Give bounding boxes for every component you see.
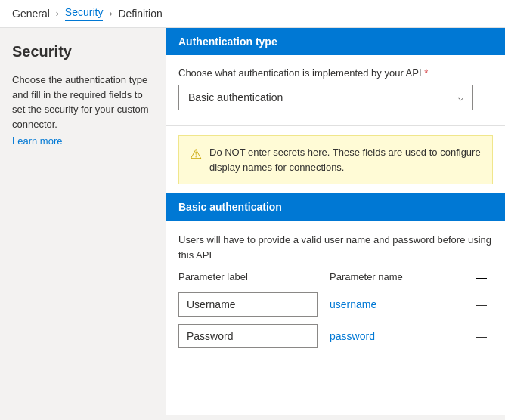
auth-type-header: Authentication type [166,28,505,55]
username-input[interactable] [178,292,318,317]
auth-type-dropdown[interactable]: Basic authentication ⌵ [178,85,473,110]
basic-auth-header: Basic authentication [166,193,505,221]
warning-text: Do NOT enter secrets here. These fields … [209,145,482,174]
password-input[interactable] [178,324,318,348]
col-header-delete: — [470,271,493,283]
param-row-username: username — [178,292,493,317]
basic-auth-description: Users will have to provide a valid user … [166,224,505,265]
content-area: Authentication type Choose what authenti… [166,28,505,415]
divider-1 [166,125,505,126]
sidebar-description: Choose the authentication type and fill … [12,73,153,131]
col-header-label: Parameter label [178,271,330,283]
password-delete-icon[interactable]: — [470,330,493,342]
username-param-name: username [330,298,458,310]
col-header-name: Parameter name [330,271,470,283]
breadcrumb-definition[interactable]: Definition [118,8,162,20]
dropdown-selected-value: Basic authentication [188,91,283,103]
params-header-row: Parameter label Parameter name — [178,271,493,286]
basic-auth-section: Users will have to provide a valid user … [166,224,505,368]
warning-banner: ⚠ Do NOT enter secrets here. These field… [178,135,493,184]
chevron-icon-1: › [56,8,59,19]
sidebar-title: Security [12,43,153,60]
breadcrumb-security[interactable]: Security [65,6,104,21]
password-param-name: password [330,330,458,342]
param-row-password: password — [178,324,493,348]
chevron-down-icon: ⌵ [458,92,463,103]
chevron-icon-2: › [109,8,112,19]
breadcrumb-general[interactable]: General [12,8,50,20]
auth-type-label: Choose what authentication is implemente… [178,67,493,79]
params-table: Parameter label Parameter name — usernam… [166,265,505,368]
auth-type-section: Choose what authentication is implemente… [166,55,505,122]
main-layout: Security Choose the authentication type … [0,28,505,415]
sidebar: Security Choose the authentication type … [0,28,166,415]
username-delete-icon[interactable]: — [470,298,493,310]
required-star: * [424,67,428,79]
warning-icon: ⚠ [190,146,202,162]
breadcrumb: General › Security › Definition [0,0,505,28]
learn-more-link[interactable]: Learn more [12,135,62,147]
